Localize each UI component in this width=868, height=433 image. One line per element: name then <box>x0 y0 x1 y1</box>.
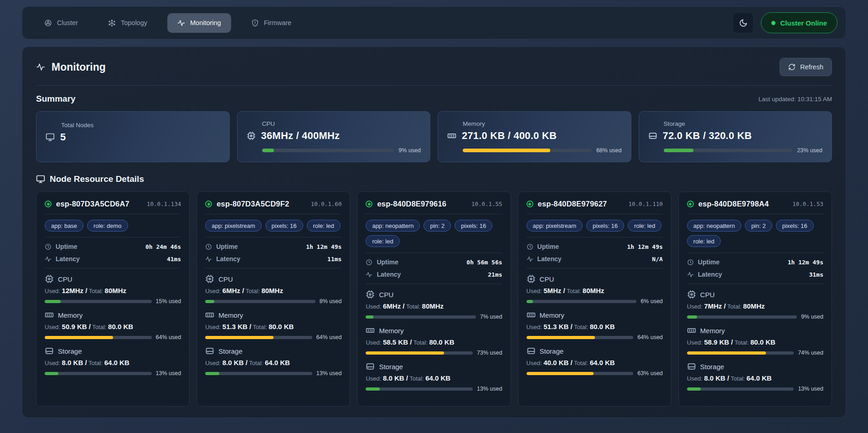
percent-used-label: 23% used <box>797 147 822 154</box>
summary-card-value: 72.0 KB / 320.0 KB <box>663 130 752 142</box>
used-value: 51.3 KB <box>543 323 570 330</box>
summary-card: Total Nodes 5 <box>36 111 230 162</box>
total-value: 64.0 KB <box>747 374 772 382</box>
cpu-icon <box>205 274 214 284</box>
tab-label: Firmware <box>264 19 291 26</box>
node-details-heading: Node Resource Details <box>36 174 144 184</box>
node-tag: role: demo <box>87 220 128 232</box>
progress-track <box>527 372 634 375</box>
used-value: 8.0 KB <box>222 359 246 366</box>
node-name: esp-807D3A5CD6A7 <box>56 200 142 208</box>
used-value: 12MHz <box>62 287 86 294</box>
progress-fill <box>45 336 113 339</box>
nav-tabs: Cluster Topology Monitoring Firmware <box>34 13 301 33</box>
total-value: 80.0 KB <box>429 338 454 346</box>
node-tag: app: base <box>45 220 83 232</box>
memory-icon <box>447 131 456 140</box>
node-name: esp-840D8E979616 <box>377 200 466 208</box>
tab-firmware[interactable]: Firmware <box>241 13 301 33</box>
memory-metric: Memory Used: 51.3 KB / Total: 80.0 KB 64… <box>205 310 341 340</box>
memory-icon <box>687 326 696 335</box>
summary-card-value: 271.0 KB / 400.0 KB <box>462 130 557 142</box>
tab-topology[interactable]: Topology <box>98 13 157 33</box>
divider <box>366 253 502 253</box>
node-status-dot-icon <box>45 201 52 207</box>
storage-icon <box>648 131 657 140</box>
percent-used-label: 63% used <box>637 370 663 376</box>
node-status-dot-icon <box>205 201 212 207</box>
node-name: esp-840D8E9798A4 <box>698 200 788 208</box>
last-updated-text: Last updated: 10:31:15 AM <box>759 96 832 103</box>
storage-icon <box>45 346 54 356</box>
progress-fill <box>463 149 550 152</box>
summary-card-label: Total Nodes <box>61 122 220 129</box>
tab-label: Monitoring <box>190 19 221 26</box>
percent-used-label: 73% used <box>477 350 502 356</box>
cluster-status-label: Cluster Online <box>780 19 827 27</box>
cpu-icon <box>247 131 256 140</box>
progress-track <box>45 300 152 303</box>
node-details-heading-text: Node Resource Details <box>50 174 144 184</box>
node-status-dot-icon <box>527 201 533 207</box>
total-value: 80MHz <box>743 302 765 310</box>
storage-icon <box>527 346 536 356</box>
progress-track <box>262 149 394 152</box>
node-card: esp-807D3A5CD6A7 10.0.1.134 app: baserol… <box>36 191 190 407</box>
total-value: 80.0 KB <box>108 323 133 330</box>
node-ip: 10.0.1.60 <box>311 201 342 207</box>
divider <box>527 268 663 268</box>
progress-track <box>527 300 637 303</box>
cpu-icon <box>687 290 696 299</box>
node-tag: pixels: 16 <box>586 220 624 232</box>
memory-icon <box>205 310 214 320</box>
progress-fill <box>687 315 697 319</box>
divider <box>687 253 823 253</box>
progress-track <box>205 336 312 339</box>
uptime-value: 0h 56m 56s <box>466 259 502 266</box>
progress-track <box>366 351 473 355</box>
progress-fill <box>205 300 214 303</box>
node-tags: app: pixelstreampixels: 16role: led <box>527 220 663 232</box>
refresh-label: Refresh <box>800 63 823 71</box>
node-tag: role: led <box>628 220 661 232</box>
clock-icon <box>527 243 533 250</box>
divider <box>687 284 823 284</box>
latency-value: 11ms <box>327 256 341 263</box>
activity-icon <box>205 256 212 263</box>
divider <box>527 237 663 237</box>
summary-card: Storage 72.0 KB / 320.0 KB 23% used <box>639 111 832 162</box>
progress-track <box>687 315 797 319</box>
used-value: 50.9 KB <box>62 323 89 330</box>
tab-monitoring[interactable]: Monitoring <box>167 13 231 33</box>
node-tag: app: neopattern <box>366 220 420 232</box>
used-value: 5MHz <box>543 287 563 294</box>
progress-fill <box>45 372 58 375</box>
summary-card-label: Storage <box>664 120 823 127</box>
storage-metric: Storage Used: 8.0 KB / Total: 64.0 KB 13… <box>45 346 181 376</box>
node-ip: 10.0.1.55 <box>471 201 502 207</box>
cpu-metric: CPU Used: 12MHz / Total: 80MHz 15% used <box>45 274 181 304</box>
cpu-metric: CPU Used: 6MHz / Total: 80MHz 8% used <box>205 274 341 304</box>
used-value: 8.0 KB <box>383 374 406 382</box>
summary-cards: Total Nodes 5 CPU 36MHz / 400MHz 9% used… <box>36 111 832 162</box>
percent-used-label: 15% used <box>156 298 181 304</box>
cpu-metric: CPU Used: 7MHz / Total: 80MHz 9% used <box>687 290 823 320</box>
activity-icon <box>687 271 694 278</box>
divider <box>366 284 502 284</box>
progress-track <box>463 149 592 152</box>
tab-cluster[interactable]: Cluster <box>34 13 88 33</box>
node-ip: 10.0.1.53 <box>792 201 823 207</box>
uptime-row: Uptime 0h 56m 56s <box>366 258 502 266</box>
theme-toggle-button[interactable] <box>733 12 754 33</box>
progress-fill <box>205 372 219 375</box>
refresh-button[interactable]: Refresh <box>780 58 832 76</box>
storage-icon <box>205 346 214 356</box>
cpu-icon <box>527 274 536 284</box>
progress-fill <box>45 300 61 303</box>
online-dot-icon <box>771 21 775 25</box>
cluster-status-badge[interactable]: Cluster Online <box>761 12 837 33</box>
storage-metric: Storage Used: 8.0 KB / Total: 64.0 KB 13… <box>366 362 502 392</box>
node-tag: role: led <box>366 235 399 247</box>
progress-fill <box>527 336 595 339</box>
node-card: esp-840D8E9798A4 10.0.1.53 app: neopatte… <box>678 191 832 407</box>
